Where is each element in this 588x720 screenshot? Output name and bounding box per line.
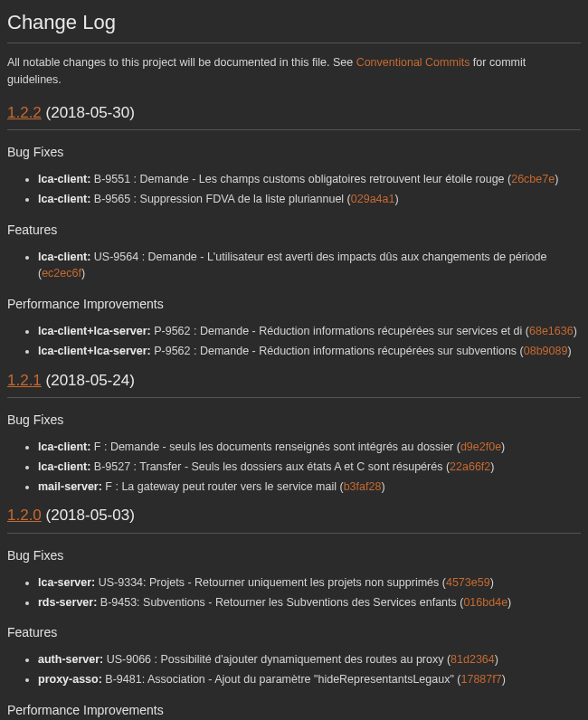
list-item: lca-client+lca-server: P-9562 : Demande … xyxy=(38,343,581,360)
release-date: (2018-05-30) xyxy=(46,104,135,121)
close-paren: ) xyxy=(381,480,384,493)
commit-hash-link[interactable]: 81d2364 xyxy=(450,653,495,666)
scope: lca-client: xyxy=(38,460,90,473)
scope: lca-client: xyxy=(38,173,90,185)
scope: lca-client: xyxy=(38,441,90,453)
features-list: lca-client: US-9564 : Demande - L'utilis… xyxy=(38,249,581,283)
intro-prefix: All notable changes to this project will… xyxy=(7,56,356,69)
entry-text: US-9334: Projets - Retourner uniquement … xyxy=(95,576,446,589)
section-perf: Performance Improvements xyxy=(7,701,581,720)
close-paren: ) xyxy=(394,193,398,205)
entry-text: B-9551 : Demande - Les champs customs ob… xyxy=(90,173,511,185)
list-item: mail-server: F : La gateway peut router … xyxy=(38,478,581,496)
close-paren: ) xyxy=(490,460,494,473)
close-paren: ) xyxy=(495,653,498,666)
scope: auth-server: xyxy=(38,653,103,666)
list-item: lca-client: B-9551 : Demande - Les champ… xyxy=(38,171,581,188)
bug-fixes-list: lca-server: US-9334: Projets - Retourner… xyxy=(38,574,581,611)
bug-fixes-list: lca-client: B-9551 : Demande - Les champ… xyxy=(38,171,581,208)
list-item: lca-server: US-9334: Projets - Retourner… xyxy=(38,574,581,592)
version-link[interactable]: 1.2.1 xyxy=(7,372,42,389)
section-features: Features xyxy=(7,221,581,240)
scope: lca-client: xyxy=(38,251,90,263)
list-item: lca-client: US-9564 : Demande - L'utilis… xyxy=(38,249,581,283)
scope: lca-client+lca-server: xyxy=(38,325,151,337)
entry-text: F : La gateway peut router vers le servi… xyxy=(102,480,344,493)
entry-text: B-9481: Association - Ajout du paramètre… xyxy=(102,673,461,686)
version-link[interactable]: 1.2.0 xyxy=(7,507,42,524)
close-paren: ) xyxy=(502,673,506,686)
release-heading: 1.2.0 (2018-05-03) xyxy=(7,504,581,534)
commit-hash-link[interactable]: 26cbe7e xyxy=(511,173,555,185)
commit-hash-link[interactable]: 22a66f2 xyxy=(450,460,490,473)
perf-list: lca-client+lca-server: P-9562 : Demande … xyxy=(38,323,581,360)
entry-text: B-9527 : Transfer - Seuls les dossiers a… xyxy=(90,460,450,473)
list-item: lca-client: B-9565 : Suppression FDVA de… xyxy=(38,191,581,208)
scope: proxy-asso: xyxy=(38,673,102,686)
close-paren: ) xyxy=(574,325,577,337)
list-item: auth-server: US-9066 : Possibilité d'ajo… xyxy=(38,651,581,668)
release-date: (2018-05-24) xyxy=(46,372,135,389)
features-list: auth-server: US-9066 : Possibilité d'ajo… xyxy=(38,651,581,688)
entry-text: F : Demande - seuls les documents rensei… xyxy=(90,441,460,453)
version-link[interactable]: 1.2.2 xyxy=(7,104,42,121)
scope: lca-server: xyxy=(38,576,95,589)
close-paren: ) xyxy=(567,345,571,357)
commit-hash-link[interactable]: 17887f7 xyxy=(460,673,501,686)
list-item: rds-server: B-9453: Subventions - Retour… xyxy=(38,594,581,611)
bug-fixes-list: lca-client: F : Demande - seuls les docu… xyxy=(38,439,581,495)
commit-hash-link[interactable]: 08b9089 xyxy=(524,345,568,357)
commit-hash-link[interactable]: 68e1636 xyxy=(529,325,574,337)
release-heading: 1.2.1 (2018-05-24) xyxy=(7,369,581,399)
section-bug-fixes: Bug Fixes xyxy=(7,546,581,565)
list-item: proxy-asso: B-9481: Association - Ajout … xyxy=(38,671,581,688)
commit-hash-link[interactable]: 029a4a1 xyxy=(351,193,395,205)
list-item: lca-client: B-9527 : Transfer - Seuls le… xyxy=(38,459,581,476)
scope: mail-server: xyxy=(38,480,102,493)
scope: lca-client: xyxy=(38,193,90,205)
list-item: lca-client+lca-server: P-9562 : Demande … xyxy=(38,323,581,340)
close-paren: ) xyxy=(555,173,558,185)
commit-hash-link[interactable]: 4573e59 xyxy=(446,576,490,589)
list-item: lca-client: F : Demande - seuls les docu… xyxy=(38,439,581,456)
entry-text: B-9453: Subventions - Retourner les Subv… xyxy=(97,596,463,609)
entry-text: P-9562 : Demande - Réduction information… xyxy=(151,325,529,337)
release-heading: 1.2.2 (2018-05-30) xyxy=(7,101,581,131)
close-paren: ) xyxy=(507,596,511,609)
commit-hash-link[interactable]: b3faf28 xyxy=(344,480,382,493)
section-features: Features xyxy=(7,623,581,642)
entry-text: US-9564 : Demande - L'utilisateur est av… xyxy=(38,251,546,280)
section-perf: Performance Improvements xyxy=(7,295,581,314)
section-bug-fixes: Bug Fixes xyxy=(7,143,581,162)
close-paren: ) xyxy=(490,576,494,589)
close-paren: ) xyxy=(501,441,505,453)
close-paren: ) xyxy=(81,267,85,279)
scope: rds-server: xyxy=(38,596,97,609)
conventional-commits-link[interactable]: Conventional Commits xyxy=(356,56,470,69)
entry-text: US-9066 : Possibilité d'ajouter dynamiqu… xyxy=(103,653,450,666)
commit-hash-link[interactable]: ec2ec6f xyxy=(42,267,81,279)
commit-hash-link[interactable]: 016bd4e xyxy=(463,596,507,609)
section-bug-fixes: Bug Fixes xyxy=(7,411,581,430)
entry-text: P-9562 : Demande - Réduction information… xyxy=(151,345,524,357)
release-date: (2018-05-03) xyxy=(46,507,135,524)
entry-text: B-9565 : Suppression FDVA de la liste pl… xyxy=(90,193,350,205)
page-title: Change Log xyxy=(7,7,581,43)
scope: lca-client+lca-server: xyxy=(38,345,151,357)
intro-text: All notable changes to this project will… xyxy=(7,54,581,89)
commit-hash-link[interactable]: d9e2f0e xyxy=(460,441,501,453)
